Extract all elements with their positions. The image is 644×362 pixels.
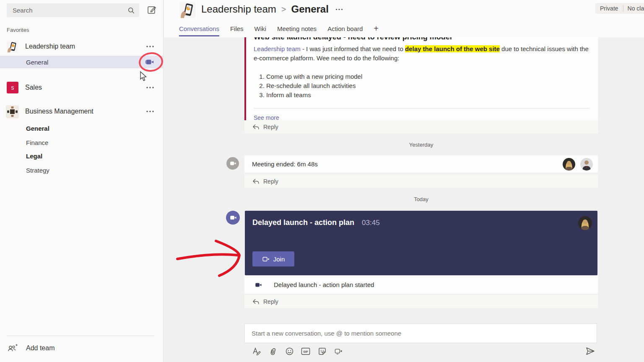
- join-meeting-button[interactable]: Join: [252, 251, 294, 266]
- favorites-label: Favorites: [7, 27, 29, 33]
- list-item: Come up with a new pricing model: [266, 72, 589, 81]
- new-conversation-input[interactable]: [245, 324, 597, 343]
- sidebar-item-business-management[interactable]: Business Management: [0, 104, 164, 119]
- tab-action-board[interactable]: Action board: [327, 25, 363, 35]
- annotation-arrow: [174, 228, 247, 283]
- channel-more-options-icon[interactable]: [335, 8, 343, 10]
- meeting-started-row: Delayed launch - action plan started: [244, 276, 598, 294]
- team-name: Sales: [25, 84, 146, 91]
- day-divider-today: Today: [244, 196, 598, 202]
- reply-arrow-icon: [252, 299, 259, 305]
- highlighted-text: delay the launch of the web site: [405, 45, 500, 52]
- meeting-elapsed-time: 03:45: [362, 219, 380, 227]
- tab-meeting-notes[interactable]: Meeting notes: [277, 25, 317, 35]
- tab-wiki[interactable]: Wiki: [254, 25, 266, 35]
- channel-name: General: [26, 59, 145, 66]
- meeting-ended-camera-icon: [226, 157, 239, 170]
- sidebar-channel-legal[interactable]: Legal: [0, 150, 164, 162]
- meeting-ended-text: Meeting ended: 6m 48s: [252, 160, 318, 168]
- new-chat-icon[interactable]: [147, 5, 158, 16]
- meeting-started-text: Delayed launch - action plan started: [274, 281, 374, 288]
- message-body: Leadership team - I was just informed th…: [254, 44, 589, 63]
- classification-badge: No classif: [623, 5, 644, 12]
- reply-button[interactable]: Reply: [244, 175, 598, 188]
- team-name: Leadership team: [25, 43, 146, 50]
- more-options-icon[interactable]: [146, 86, 154, 89]
- meet-now-icon[interactable]: [334, 346, 343, 356]
- meet-now-camera-icon[interactable]: [145, 59, 154, 65]
- more-options-icon[interactable]: [146, 45, 154, 48]
- leadership-team-avatar: [7, 41, 18, 52]
- join-camera-icon: [262, 256, 270, 262]
- attach-icon[interactable]: [268, 346, 278, 356]
- tab-bar: Conversations Files Wiki Meeting notes A…: [179, 25, 379, 36]
- breadcrumb-channel: General: [291, 3, 328, 15]
- sidebar-channel-general-leadership[interactable]: General: [0, 56, 164, 68]
- search-icon: [127, 7, 135, 14]
- compose-toolbar: GIF: [252, 346, 343, 356]
- message-numbered-list: Come up with a new pricing model Re-sche…: [266, 72, 589, 100]
- day-divider-yesterday: Yesterday: [244, 142, 598, 148]
- message-divider: [254, 108, 589, 109]
- add-team-button[interactable]: Add team: [8, 344, 55, 353]
- sticker-icon[interactable]: [317, 346, 327, 356]
- breadcrumb: Leadership team > General: [201, 3, 343, 15]
- tab-conversations[interactable]: Conversations: [179, 25, 219, 36]
- meeting-title: Delayed launch - action plan: [252, 218, 354, 227]
- search-box[interactable]: [7, 3, 139, 17]
- team-avatar-header: [179, 2, 195, 18]
- breadcrumb-separator: >: [281, 5, 286, 14]
- sidebar-item-leadership-team[interactable]: Leadership team: [0, 39, 164, 54]
- business-management-avatar: [6, 105, 19, 118]
- sidebar-channel-general-bm[interactable]: General: [0, 122, 164, 134]
- send-icon[interactable]: [585, 346, 595, 357]
- privacy-badge: Private: [595, 5, 623, 12]
- message-author-link[interactable]: Leadership team: [254, 45, 301, 52]
- add-team-label: Add team: [26, 344, 55, 352]
- meeting-camera-icon: [226, 211, 240, 225]
- sidebar-channel-strategy[interactable]: Strategy: [0, 164, 164, 176]
- more-options-icon[interactable]: [146, 110, 154, 113]
- message-card-web-site-launch: Web site launch delayed - need to review…: [244, 26, 598, 128]
- participant-avatar-woman: [563, 158, 575, 171]
- reply-arrow-icon: [252, 178, 259, 184]
- team-name: Business Management: [25, 108, 146, 115]
- sidebar-item-sales[interactable]: s Sales: [0, 80, 164, 95]
- emoji-icon[interactable]: [285, 346, 294, 356]
- channel-badges: Private No classif: [595, 3, 644, 14]
- reply-arrow-icon: [252, 124, 259, 130]
- meeting-ended-row: Meeting ended: 6m 48s: [244, 155, 598, 173]
- list-item: Inform all teams: [266, 90, 589, 100]
- compose-box[interactable]: [244, 323, 597, 343]
- reply-button[interactable]: Reply: [244, 120, 598, 133]
- sidebar-divider: [7, 336, 154, 336]
- sidebar-channel-finance[interactable]: Finance: [0, 136, 164, 149]
- gif-icon[interactable]: GIF: [301, 346, 310, 356]
- channel-list-panel: Favorites Leadership team General s Sale: [0, 0, 164, 362]
- add-tab-icon[interactable]: +: [374, 24, 379, 34]
- participant-avatar-man: [580, 158, 593, 171]
- reply-button[interactable]: Reply: [244, 295, 598, 308]
- meeting-organizer-avatar: [578, 216, 592, 230]
- list-item: Re-schedule all launch activities: [266, 81, 589, 90]
- channel-header: Leadership team > General Private No cla…: [164, 0, 644, 37]
- sales-avatar: s: [7, 82, 18, 93]
- join-label: Join: [273, 256, 285, 263]
- meeting-started-camera-icon: [254, 282, 262, 288]
- channel-content: Web site launch delayed - need to review…: [164, 0, 644, 362]
- meeting-card: Delayed launch - action plan 03:45 Join: [245, 211, 597, 275]
- add-team-icon: [8, 344, 18, 353]
- format-icon[interactable]: [252, 346, 261, 356]
- tab-files[interactable]: Files: [230, 25, 244, 35]
- search-input[interactable]: [7, 7, 127, 14]
- gif-label: GIF: [303, 350, 308, 353]
- breadcrumb-team[interactable]: Leadership team: [201, 3, 276, 15]
